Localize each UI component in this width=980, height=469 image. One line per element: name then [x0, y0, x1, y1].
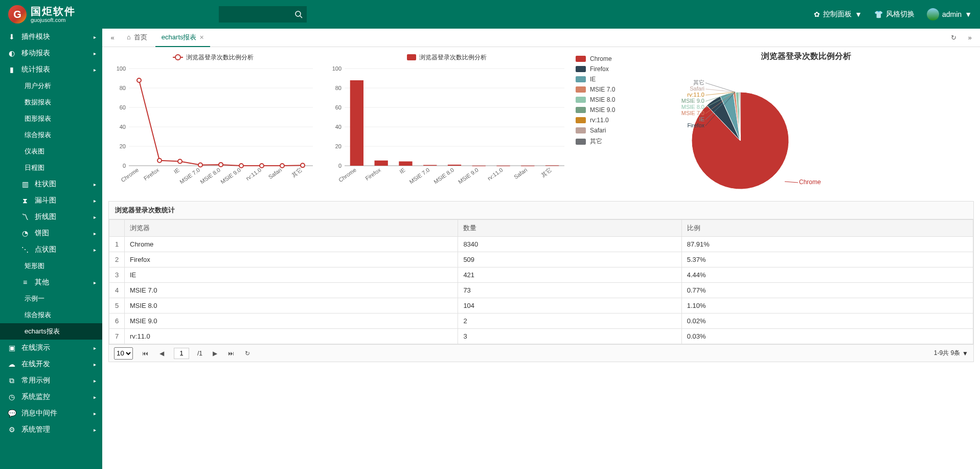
- svg-text:MSIE 9.0: MSIE 9.0: [681, 98, 704, 104]
- sidebar-item-仪表图[interactable]: 仪表图: [0, 143, 102, 160]
- sidebar-item-label: 常用示例: [21, 376, 50, 385]
- pager-refresh[interactable]: ↻: [243, 350, 252, 357]
- sidebar-item-点状图[interactable]: ⋱点状图▸: [0, 241, 102, 258]
- pie-chart: 浏览器登录次数比例分析 其它Safarirv:11.0MSIE 9.0MSIE …: [638, 51, 974, 197]
- sidebar-item-echarts报表[interactable]: echarts报表: [0, 323, 102, 340]
- sidebar-item-在线演示[interactable]: ▣在线演示▸: [0, 340, 102, 356]
- bar-chart: 浏览器登录次数比例分析 020406080100ChromeFirefoxIEM…: [324, 51, 569, 197]
- sidebar-item-综合报表[interactable]: 综合报表: [0, 307, 102, 323]
- sidebar-item-系统监控[interactable]: ◷系统监控▸: [0, 389, 102, 405]
- cell-browser: rv:11.0: [125, 329, 458, 344]
- pie-legend-item[interactable]: Chrome: [576, 55, 632, 62]
- tab-home[interactable]: ⌂ 首页: [121, 29, 153, 47]
- svg-text:Safari: Safari: [690, 85, 704, 92]
- pie-legend-item[interactable]: IE: [576, 76, 632, 83]
- pie-legend-item[interactable]: MSIE 8.0: [576, 96, 632, 103]
- tab-scroll-left[interactable]: «: [106, 32, 119, 44]
- table-title: 浏览器登录次数统计: [109, 202, 973, 219]
- pie-legend-item[interactable]: Safari: [576, 127, 632, 134]
- col-browser[interactable]: 浏览器: [125, 220, 458, 237]
- svg-rect-55: [399, 162, 412, 166]
- svg-text:其它: 其它: [540, 167, 553, 178]
- search-input[interactable]: [219, 6, 290, 23]
- table-row[interactable]: 3IE4214.44%: [109, 267, 973, 283]
- table-row[interactable]: 4MSIE 7.0730.77%: [109, 283, 973, 298]
- pager-next[interactable]: ▶: [211, 350, 219, 357]
- cell-ratio: 0.03%: [681, 329, 973, 344]
- col-ratio[interactable]: 比例: [681, 220, 973, 237]
- user-menu[interactable]: admin ▼: [927, 8, 972, 20]
- svg-text:Firefox: Firefox: [143, 167, 161, 182]
- sidebar-item-label: 在线演示: [21, 343, 50, 352]
- sidebar-item-矩形图[interactable]: 矩形图: [0, 258, 102, 274]
- page-size-select[interactable]: 10: [114, 347, 133, 360]
- table-row[interactable]: 2Firefox5095.37%: [109, 252, 973, 267]
- sidebar: ⬇插件模块▸◐移动报表▸▮统计报表▸用户分析数据报表图形报表综合报表仪表图日程图…: [0, 29, 102, 469]
- sidebar-item-消息中间件[interactable]: 💬消息中间件▸: [0, 405, 102, 421]
- pager-page-input[interactable]: [174, 348, 189, 359]
- sidebar-item-系统管理[interactable]: ⚙系统管理▸: [0, 421, 102, 438]
- table-row[interactable]: 7rv:11.030.03%: [109, 329, 973, 344]
- table-row[interactable]: 6MSIE 9.020.02%: [109, 314, 973, 329]
- cell-index: 2: [109, 252, 125, 267]
- sidebar-item-其他[interactable]: ≡其他▸: [0, 274, 102, 291]
- tab-echarts-report[interactable]: echarts报表 ×: [155, 29, 210, 47]
- pie-legend-item[interactable]: MSIE 9.0: [576, 106, 632, 114]
- search-icon: [294, 10, 303, 18]
- style-switch-label: 风格切换: [886, 10, 915, 19]
- sidebar-item-移动报表[interactable]: ◐移动报表▸: [0, 45, 102, 61]
- svg-text:Chrome: Chrome: [120, 167, 140, 183]
- legend-label: Safari: [590, 127, 606, 134]
- pager-prev[interactable]: ◀: [157, 350, 166, 357]
- table-row[interactable]: 5MSIE 8.01041.10%: [109, 298, 973, 314]
- svg-text:0: 0: [338, 163, 341, 169]
- logo-icon: G: [8, 5, 27, 24]
- svg-text:80: 80: [335, 85, 341, 91]
- gear-icon: ⚙: [7, 426, 16, 434]
- sidebar-item-漏斗图[interactable]: ⧗漏斗图▸: [0, 192, 102, 209]
- cell-index: 1: [109, 237, 125, 252]
- style-switch-button[interactable]: 👕 风格切换: [874, 10, 915, 19]
- logo[interactable]: G 国炬软件 guojusoft.com: [8, 5, 76, 24]
- search-button[interactable]: [290, 6, 307, 23]
- legend-bar-icon: [407, 54, 416, 60]
- svg-text:40: 40: [335, 124, 341, 130]
- sidebar-item-示例一[interactable]: 示例一: [0, 291, 102, 307]
- chevron-right-icon: ▸: [94, 247, 96, 253]
- sidebar-item-综合报表[interactable]: 综合报表: [0, 127, 102, 143]
- cell-ratio: 87.91%: [681, 237, 973, 252]
- legend-label: Chrome: [590, 55, 612, 62]
- pie-legend-item[interactable]: MSIE 7.0: [576, 86, 632, 93]
- pie-legend-item[interactable]: 其它: [576, 137, 632, 146]
- hourglass-icon: ⧗: [20, 196, 30, 205]
- pie-legend-item[interactable]: rv:11.0: [576, 117, 632, 124]
- tab-scroll-right[interactable]: »: [964, 32, 976, 44]
- sidebar-item-日程图[interactable]: 日程图: [0, 160, 102, 176]
- sidebar-item-常用示例[interactable]: ⧉常用示例▸: [0, 372, 102, 389]
- close-icon[interactable]: ×: [200, 33, 204, 41]
- control-panel-menu[interactable]: ✿ 控制面板 ▼: [814, 10, 862, 19]
- pie-legend-item[interactable]: Firefox: [576, 65, 632, 73]
- col-count[interactable]: 数量: [458, 220, 681, 237]
- svg-text:rv:11.0: rv:11.0: [245, 167, 262, 182]
- cloud-icon: ☁: [7, 360, 16, 368]
- svg-rect-61: [545, 165, 559, 166]
- sidebar-item-柱状图[interactable]: ▥柱状图▸: [0, 176, 102, 192]
- table-row[interactable]: 1Chrome834087.91%: [109, 237, 973, 252]
- refresh-button[interactable]: ↻: [947, 32, 960, 44]
- sidebar-item-饼图[interactable]: ◔饼图▸: [0, 225, 102, 241]
- sidebar-item-插件模块[interactable]: ⬇插件模块▸: [0, 29, 102, 45]
- sidebar-item-统计报表[interactable]: ▮统计报表▸: [0, 61, 102, 78]
- sidebar-item-用户分析[interactable]: 用户分析: [0, 78, 102, 94]
- sidebar-item-在线开发[interactable]: ☁在线开发▸: [0, 356, 102, 372]
- caret-down-icon[interactable]: ▼: [962, 350, 968, 357]
- cell-index: 6: [109, 314, 125, 329]
- sidebar-item-数据报表[interactable]: 数据报表: [0, 94, 102, 110]
- svg-text:rv:11.0: rv:11.0: [687, 92, 704, 98]
- caret-down-icon: ▼: [855, 10, 862, 18]
- pager-first[interactable]: ⏮: [141, 350, 149, 357]
- sidebar-item-图形报表[interactable]: 图形报表: [0, 110, 102, 127]
- pager-last[interactable]: ⏭: [227, 350, 235, 357]
- sidebar-item-折线图[interactable]: 〽折线图▸: [0, 209, 102, 225]
- svg-text:100: 100: [117, 65, 126, 72]
